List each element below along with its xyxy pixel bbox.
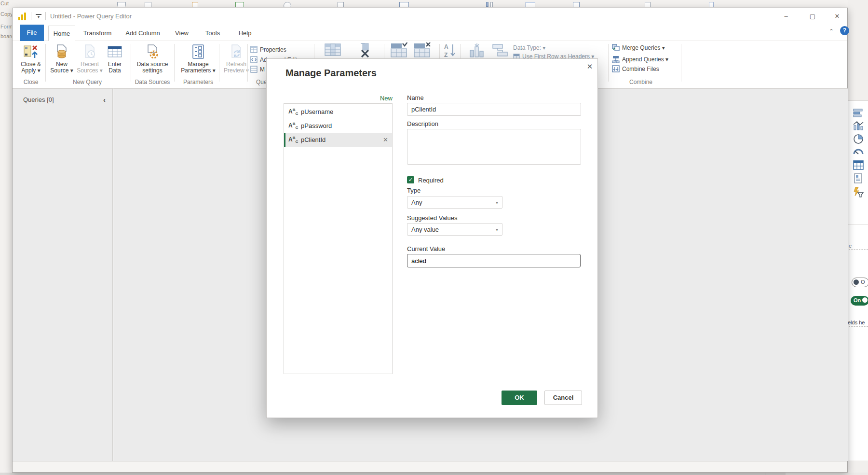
group-by-icon bbox=[469, 42, 485, 60]
tab-view[interactable]: View bbox=[171, 26, 193, 41]
description-input[interactable] bbox=[407, 129, 581, 165]
new-parameter-link[interactable]: New bbox=[284, 95, 393, 102]
dialog-title: Manage Parameters bbox=[285, 68, 377, 79]
data-source-settings-button[interactable]: Data sourcesettings bbox=[134, 42, 171, 74]
required-checkbox[interactable]: ✓ bbox=[407, 176, 414, 183]
paint-icon bbox=[192, 2, 198, 8]
background-visualizations-pane: e O On elds he bbox=[848, 0, 868, 475]
pie-chart-icon[interactable] bbox=[853, 134, 864, 144]
title-bar: ▾ Untitled - Power Query Editor – ▢ ✕ bbox=[13, 8, 847, 25]
dialog-close-icon[interactable]: ✕ bbox=[584, 62, 595, 71]
toggle-off[interactable]: O bbox=[852, 278, 868, 287]
parameter-row-pusername[interactable]: ABC pUsername bbox=[284, 105, 392, 119]
combine-files-button[interactable]: Combine Files bbox=[612, 65, 659, 72]
combine-files-icon bbox=[612, 65, 620, 72]
combine-group-label: Combine bbox=[612, 79, 670, 85]
split-column-icon bbox=[492, 42, 508, 60]
tab-file[interactable]: File bbox=[20, 25, 44, 41]
close-apply-icon bbox=[18, 42, 43, 61]
document-icon bbox=[145, 2, 151, 8]
cut-label: Cut bbox=[0, 0, 9, 6]
combo-chart-icon[interactable] bbox=[853, 121, 864, 131]
tab-help[interactable]: Help bbox=[234, 26, 256, 41]
status-bar bbox=[13, 461, 847, 472]
background-bottom-strip bbox=[0, 473, 868, 475]
manage-parameters-dialog: Manage Parameters ✕ New ABC pUsername AB… bbox=[266, 58, 598, 418]
manage-parameters-button[interactable]: ManageParameters ▾ bbox=[177, 42, 219, 74]
background-ribbon-strip bbox=[0, 0, 868, 8]
merge-queries-button[interactable]: Merge Queries ▾ bbox=[612, 44, 665, 51]
separator bbox=[45, 12, 46, 20]
toggle-on[interactable]: On bbox=[851, 296, 868, 306]
manage-parameters-icon bbox=[177, 42, 219, 61]
data-type-dropdown[interactable]: Data Type: ▾ bbox=[513, 44, 545, 51]
manage-button[interactable]: M bbox=[250, 66, 265, 73]
current-value-label: Current Value bbox=[407, 245, 445, 252]
report-page-icon[interactable] bbox=[853, 173, 864, 184]
pane-bottom bbox=[786, 473, 868, 475]
properties-button[interactable]: Properties bbox=[250, 46, 286, 53]
close-and-apply-button[interactable]: Close &Apply ▾ bbox=[18, 42, 43, 74]
format-painter-label: Form bbox=[0, 24, 13, 29]
quick-access-toolbar-icon[interactable]: ▾ bbox=[36, 14, 41, 19]
svg-text:Z: Z bbox=[444, 52, 448, 58]
append-queries-button[interactable]: Append Queries ▾ bbox=[612, 56, 668, 63]
type-dropdown[interactable]: Any ▾ bbox=[407, 196, 502, 209]
tab-add-column[interactable]: Add Column bbox=[122, 26, 164, 41]
minimize-button[interactable]: – bbox=[779, 11, 793, 22]
parameter-row-pclientid[interactable]: ABC pClientId ✕ bbox=[284, 133, 392, 147]
maximize-button[interactable]: ▢ bbox=[805, 11, 820, 22]
ok-button[interactable]: OK bbox=[502, 391, 537, 405]
parameters-group-label: Parameters bbox=[177, 79, 219, 85]
name-input[interactable] bbox=[407, 103, 581, 116]
remove-rows-icon bbox=[413, 42, 431, 60]
help-icon[interactable]: ? bbox=[840, 26, 849, 35]
tab-transform[interactable]: Transform bbox=[80, 26, 115, 41]
button-icon bbox=[645, 2, 651, 8]
advanced-editor-icon bbox=[250, 56, 258, 63]
document-icon bbox=[338, 2, 344, 8]
recent-sources-icon bbox=[76, 42, 103, 61]
menu-bar: File Home Transform Add Column View Tool… bbox=[13, 25, 847, 41]
choose-columns-icon bbox=[324, 42, 341, 59]
parameter-list: ABC pUsername ABC pPassword ABC pClientI… bbox=[284, 103, 393, 374]
field-well-dash bbox=[849, 249, 868, 250]
sparkline-icon bbox=[709, 2, 714, 8]
tab-tools[interactable]: Tools bbox=[202, 26, 224, 41]
cancel-button[interactable]: Cancel bbox=[544, 391, 582, 405]
delete-parameter-icon[interactable]: ✕ bbox=[383, 136, 388, 143]
selection-bar bbox=[284, 133, 285, 147]
background-left-ribbon: Cut Copy Form board bbox=[0, 0, 13, 475]
copy-label: Copy bbox=[0, 11, 13, 17]
refresh-preview-button: RefreshPreview ▾ bbox=[223, 42, 250, 74]
enter-data-button[interactable]: EnterData bbox=[104, 42, 125, 74]
new-source-button[interactable]: NewSource ▾ bbox=[49, 42, 74, 74]
merge-queries-icon bbox=[612, 44, 620, 51]
bar-chart-icon bbox=[490, 2, 493, 8]
parameter-row-ppassword[interactable]: ABC pPassword bbox=[284, 119, 392, 133]
power-automate-icon[interactable] bbox=[853, 187, 864, 197]
collapse-panel-icon[interactable]: ‹ bbox=[103, 96, 106, 104]
keep-rows-icon bbox=[390, 42, 407, 60]
collapse-ribbon-icon[interactable]: ⌃ bbox=[829, 28, 834, 35]
chevron-down-icon: ▾ bbox=[496, 227, 498, 232]
text-type-icon: ABC bbox=[288, 136, 299, 144]
suggested-values-dropdown[interactable]: Any value ▾ bbox=[407, 223, 502, 236]
current-value-input[interactable]: acled bbox=[407, 254, 581, 267]
text-type-icon: ABC bbox=[288, 122, 299, 130]
power-bi-logo-icon bbox=[18, 12, 27, 20]
bar-chart-icon bbox=[486, 2, 488, 7]
lasso-icon bbox=[284, 2, 291, 8]
fields-here-clipped-text: elds he bbox=[848, 320, 865, 325]
shapes-icon bbox=[573, 2, 580, 8]
table-icon[interactable] bbox=[853, 160, 864, 170]
tab-home[interactable]: Home bbox=[48, 26, 75, 41]
gauge-icon[interactable] bbox=[853, 147, 864, 157]
group-divider bbox=[247, 44, 248, 82]
properties-icon bbox=[250, 46, 258, 53]
queries-panel-header: Queries [0] bbox=[23, 96, 54, 103]
stacked-bar-chart-icon[interactable] bbox=[853, 108, 864, 118]
group-divider bbox=[45, 44, 46, 82]
new-query-group-label: New Query bbox=[49, 79, 125, 85]
close-window-button[interactable]: ✕ bbox=[830, 11, 844, 22]
